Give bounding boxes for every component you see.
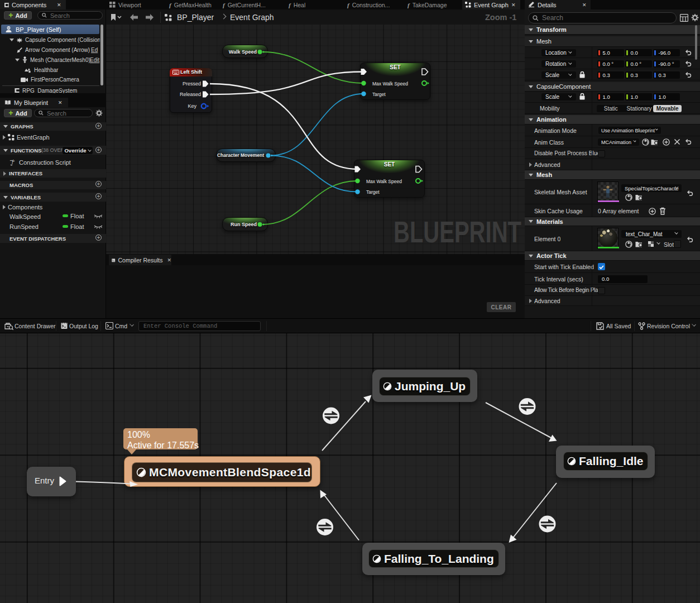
svg-text:f: f [12,159,14,165]
